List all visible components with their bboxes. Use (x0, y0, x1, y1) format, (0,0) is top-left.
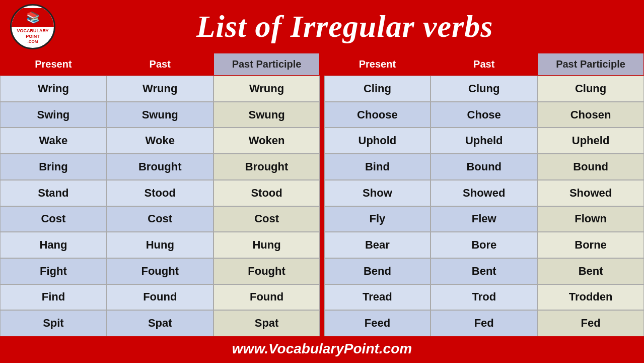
logo-icon: 📚 (26, 11, 40, 24)
cell-pp: Chosen (537, 102, 644, 128)
cell-pp: Trodden (537, 284, 644, 311)
cell-pp: Upheld (537, 128, 644, 154)
cell-present: Wake (0, 128, 107, 154)
cell-present: Bend (324, 258, 431, 284)
table-row: Bend Bent Bent (324, 258, 645, 284)
cell-past: Chose (431, 102, 537, 128)
logo-text: VOCABULARY POINT .COM (16, 27, 49, 45)
table-row: Spit Spat Spat (0, 310, 320, 336)
page-title: List of Irregular verbs (55, 9, 634, 44)
cell-past: Flew (431, 206, 537, 232)
cell-past: Bound (431, 154, 537, 180)
right-pp-header: Past Participle (537, 53, 644, 76)
cell-past: Woke (107, 128, 213, 154)
footer-text: www.VocabularyPoint.com (232, 341, 412, 357)
cell-past: Spat (107, 310, 213, 336)
cell-past: Upheld (431, 128, 537, 154)
cell-present: Feed (324, 310, 431, 336)
cell-present: Find (0, 284, 107, 311)
table-row: Bring Brought Brought (0, 154, 320, 180)
cell-pp: Flown (537, 206, 644, 232)
left-present-header: Present (0, 53, 107, 76)
table-row: Feed Fed Fed (324, 310, 645, 336)
table-row: Swing Swung Swung (0, 102, 320, 128)
cell-present: Show (324, 180, 431, 206)
table-divider (320, 76, 324, 336)
table-row: Hang Hung Hung (0, 232, 320, 258)
cell-pp: Clung (537, 76, 644, 102)
cell-present: Bind (324, 154, 431, 180)
cell-pp: Borne (537, 232, 644, 258)
cell-present: Hang (0, 232, 107, 258)
cell-pp: Swung (213, 102, 320, 128)
cell-past: Found (107, 284, 213, 311)
column-headers: Present Past Past Participle Present Pas… (0, 53, 644, 76)
cell-present: Fight (0, 258, 107, 284)
cell-pp: Bent (537, 258, 644, 284)
footer: www.VocabularyPoint.com (0, 336, 644, 361)
cell-pp: Cost (213, 206, 320, 232)
cell-pp: Showed (537, 180, 644, 206)
table-row: Choose Chose Chosen (324, 102, 645, 128)
cell-pp: Wrung (213, 76, 320, 102)
table-row: Bear Bore Borne (324, 232, 645, 258)
cell-past: Bent (431, 258, 537, 284)
cell-pp: Fed (537, 310, 644, 336)
cell-present: Spit (0, 310, 107, 336)
table-row: Stand Stood Stood (0, 180, 320, 206)
header: 📚 VOCABULARY POINT .COM List of Irregula… (0, 0, 644, 53)
cell-present: Bring (0, 154, 107, 180)
table-row: Wake Woke Woken (0, 128, 320, 154)
cell-pp: Hung (213, 232, 320, 258)
cell-past: Wrung (107, 76, 213, 102)
table-row: Find Found Found (0, 284, 320, 311)
left-pp-header: Past Participle (213, 53, 320, 76)
right-verb-table: Cling Clung Clung Choose Chose Chosen Up… (324, 76, 645, 336)
right-past-header: Past (431, 53, 537, 76)
cell-pp: Fought (213, 258, 320, 284)
table-divider-header (320, 53, 324, 76)
table-row: Cost Cost Cost (0, 206, 320, 232)
cell-past: Fought (107, 258, 213, 284)
cell-pp: Spat (213, 310, 320, 336)
table-row: Show Showed Showed (324, 180, 645, 206)
cell-pp: Brought (213, 154, 320, 180)
table-row: Bind Bound Bound (324, 154, 645, 180)
cell-past: Cost (107, 206, 213, 232)
cell-pp: Found (213, 284, 320, 311)
table-row: Tread Trod Trodden (324, 284, 645, 311)
cell-past: Clung (431, 76, 537, 102)
cell-past: Swung (107, 102, 213, 128)
cell-past: Trod (431, 284, 537, 311)
left-verb-table: Wring Wrung Wrung Swing Swung Swung Wake… (0, 76, 320, 336)
cell-present: Fly (324, 206, 431, 232)
cell-present: Wring (0, 76, 107, 102)
cell-past: Bore (431, 232, 537, 258)
logo: 📚 VOCABULARY POINT .COM (10, 4, 55, 49)
cell-past: Stood (107, 180, 213, 206)
right-present-header: Present (324, 53, 431, 76)
table-row: Uphold Upheld Upheld (324, 128, 645, 154)
cell-present: Swing (0, 102, 107, 128)
cell-past: Hung (107, 232, 213, 258)
cell-present: Bear (324, 232, 431, 258)
cell-present: Uphold (324, 128, 431, 154)
cell-present: Stand (0, 180, 107, 206)
cell-pp: Stood (213, 180, 320, 206)
cell-pp: Woken (213, 128, 320, 154)
cell-present: Choose (324, 102, 431, 128)
cell-past: Fed (431, 310, 537, 336)
table-row: Cling Clung Clung (324, 76, 645, 102)
cell-past: Showed (431, 180, 537, 206)
left-past-header: Past (107, 53, 213, 76)
cell-pp: Bound (537, 154, 644, 180)
tables-container: Wring Wrung Wrung Swing Swung Swung Wake… (0, 76, 644, 336)
cell-past: Brought (107, 154, 213, 180)
cell-present: Cling (324, 76, 431, 102)
cell-present: Tread (324, 284, 431, 311)
table-row: Fly Flew Flown (324, 206, 645, 232)
table-row: Fight Fought Fought (0, 258, 320, 284)
table-row: Wring Wrung Wrung (0, 76, 320, 102)
cell-present: Cost (0, 206, 107, 232)
